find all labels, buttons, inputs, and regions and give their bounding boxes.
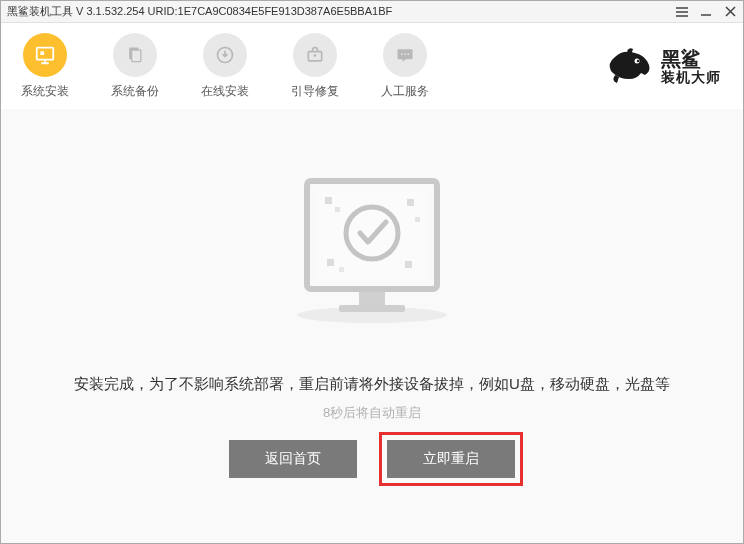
- nav-label: 系统安装: [21, 83, 69, 100]
- svg-point-10: [637, 60, 639, 62]
- chat-icon: [383, 33, 427, 77]
- nav-boot-repair[interactable]: 引导修复: [291, 33, 339, 100]
- backup-icon: [113, 33, 157, 77]
- logo-line2: 装机大师: [661, 70, 721, 85]
- restart-now-button[interactable]: 立即重启: [387, 440, 515, 478]
- minimize-button[interactable]: [699, 5, 713, 19]
- nav-system-install[interactable]: 系统安装: [21, 33, 69, 100]
- nav-label: 人工服务: [381, 83, 429, 100]
- success-illustration: [277, 167, 467, 327]
- nav: 系统安装 系统备份 在线安装 引导修复: [21, 33, 429, 100]
- install-complete-message: 安装完成，为了不影响系统部署，重启前请将外接设备拔掉，例如U盘，移动硬盘，光盘等: [74, 375, 670, 394]
- shark-icon: [605, 45, 655, 89]
- svg-rect-1: [40, 51, 44, 55]
- back-home-button[interactable]: 返回首页: [229, 440, 357, 478]
- svg-rect-13: [339, 305, 405, 312]
- svg-rect-18: [335, 207, 340, 212]
- nav-label: 在线安装: [201, 83, 249, 100]
- nav-system-backup[interactable]: 系统备份: [111, 33, 159, 100]
- svg-rect-3: [132, 50, 141, 62]
- svg-rect-20: [415, 217, 420, 222]
- svg-point-6: [401, 53, 403, 55]
- svg-rect-23: [339, 267, 344, 272]
- nav-online-install[interactable]: 在线安装: [201, 33, 249, 100]
- download-icon: [203, 33, 247, 77]
- content: 安装完成，为了不影响系统部署，重启前请将外接设备拔掉，例如U盘，移动硬盘，光盘等…: [1, 109, 743, 543]
- monitor-icon: [23, 33, 67, 77]
- toolbox-icon: [293, 33, 337, 77]
- svg-rect-22: [405, 261, 412, 268]
- titlebar-controls: [675, 5, 737, 19]
- svg-rect-19: [407, 199, 414, 206]
- svg-rect-0: [37, 47, 54, 59]
- menu-button[interactable]: [675, 5, 689, 19]
- nav-label: 引导修复: [291, 83, 339, 100]
- nav-label: 系统备份: [111, 83, 159, 100]
- button-row: 返回首页 立即重启: [229, 440, 515, 478]
- titlebar-text: 黑鲨装机工具 V 3.1.532.254 URID:1E7CA9C0834E5F…: [7, 4, 675, 19]
- countdown-text: 8秒后将自动重启: [323, 404, 421, 422]
- nav-support[interactable]: 人工服务: [381, 33, 429, 100]
- svg-rect-21: [327, 259, 334, 266]
- close-button[interactable]: [723, 5, 737, 19]
- titlebar: 黑鲨装机工具 V 3.1.532.254 URID:1E7CA9C0834E5F…: [1, 1, 743, 23]
- app-window: 黑鲨装机工具 V 3.1.532.254 URID:1E7CA9C0834E5F…: [0, 0, 744, 544]
- logo-line1: 黑鲨: [661, 48, 721, 70]
- logo-text: 黑鲨 装机大师: [661, 48, 721, 85]
- brand-logo: 黑鲨 装机大师: [605, 45, 721, 89]
- svg-point-8: [408, 53, 410, 55]
- svg-rect-17: [325, 197, 332, 204]
- svg-point-7: [404, 53, 406, 55]
- header: 系统安装 系统备份 在线安装 引导修复: [1, 23, 743, 109]
